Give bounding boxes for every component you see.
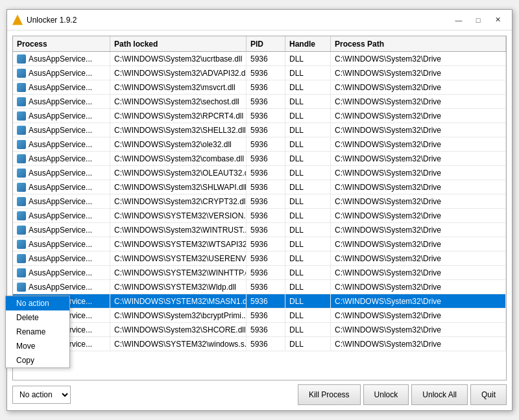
table-row[interactable]: AsusAppService...C:\WINDOWS\SYSTEM32\WTS… [13,237,506,251]
process-icon [17,268,26,277]
process-icon [17,111,26,121]
cell-col-1: C:\WINDOWS\System32\sechost.dll [110,95,247,108]
cell-col-1: C:\WINDOWS\System32\WINTRUST... [110,223,247,237]
cell-col-2: 5936 [247,66,285,80]
cell-col-3: DLL [285,66,331,80]
process-icon [17,283,26,292]
cell-col-2: 5936 [247,180,285,194]
cell-col-1: C:\WINDOWS\System32\ADVAPI32.dll [110,66,247,80]
cell-col-1: C:\WINDOWS\System32\SHCORE.dll [110,323,247,336]
cell-col-2: 5936 [247,123,285,137]
table-row[interactable]: AsusAppService...C:\WINDOWS\System32\sec… [13,95,506,109]
minimize-button[interactable]: — [450,14,468,27]
cell-col-4: C:\WINDOWS\System32\Drive [331,309,506,322]
cell-col-1: C:\WINDOWS\System32\SHLWAPI.dll [110,180,247,194]
table-row[interactable]: AsusAppService...C:\WINDOWS\SYSTEM32\Wld… [13,280,506,294]
cell-col-3: DLL [285,109,331,122]
table-row[interactable]: AsusAppService...C:\WINDOWS\System32\ucr… [13,52,506,66]
col-process: Process [13,36,110,51]
cell-col-2: 5936 [247,152,285,165]
table-row[interactable]: AsusAppService...C:\WINDOWS\System32\SHC… [13,323,506,337]
cell-col-4: C:\WINDOWS\System32\Drive [331,109,506,122]
main-content: Process Path locked PID Handle Process P… [7,30,512,410]
title-bar-controls: — □ ✕ [450,14,507,27]
cell-col-4: C:\WINDOWS\System32\Drive [331,123,506,137]
table-row[interactable]: AsusAppService...C:\WINDOWS\SYSTEM32\MSA… [13,294,506,309]
process-icon [17,69,26,78]
cell-col-3: DLL [285,180,331,194]
cell-col-4: C:\WINDOWS\System32\Drive [331,194,506,208]
cell-col-4: C:\WINDOWS\System32\Drive [331,52,506,65]
cell-col-2: 5936 [247,323,285,336]
table-header: Process Path locked PID Handle Process P… [13,36,506,52]
cell-col-2: 5936 [247,137,285,151]
action-dropdown[interactable]: No actionDeleteRenameMoveCopy [12,386,71,404]
quit-button[interactable]: Quit [470,384,507,405]
cell-col-1: C:\WINDOWS\SYSTEM32\WTSAPI32... [110,237,247,251]
cell-col-3: DLL [285,123,331,137]
cell-process: AsusAppService... [13,52,110,65]
close-button[interactable]: ✕ [489,14,507,27]
cell-col-4: C:\WINDOWS\System32\Drive [331,166,506,180]
cell-col-1: C:\WINDOWS\System32\combase.dll [110,152,247,165]
action-dropdown-container: No actionDeleteRenameMoveCopy [12,386,71,404]
cell-process: AsusAppService... [13,80,110,94]
table-row[interactable]: AsusAppService...C:\WINDOWS\SYSTEM32\win… [13,337,506,351]
cell-process: AsusAppService... [13,66,110,80]
table-row[interactable]: AsusAppService...C:\WINDOWS\SYSTEM32\WIN… [13,266,506,280]
cell-col-4: C:\WINDOWS\System32\Drive [331,209,506,222]
unlock-button[interactable]: Unlock [363,384,409,405]
cell-col-2: 5936 [247,109,285,122]
process-icon [17,97,26,106]
table-row[interactable]: AsusAppService...C:\WINDOWS\System32\ole… [13,137,506,152]
cell-col-3: DLL [285,95,331,108]
title-bar: Unlocker 1.9.2 — □ ✕ [7,10,512,30]
table-row[interactable]: AsusAppService...C:\WINDOWS\System32\com… [13,152,506,166]
cell-col-2: 5936 [247,280,285,294]
cell-process: AsusAppService... [13,194,110,208]
process-icon [17,140,26,149]
cell-process: AsusAppService... [13,251,110,265]
cell-col-1: C:\WINDOWS\System32\RPCRT4.dll [110,109,247,122]
table-row[interactable]: AsusAppService...C:\WINDOWS\System32\SHL… [13,180,506,194]
process-icon [17,126,26,135]
cell-process: AsusAppService... [13,137,110,151]
table-row[interactable]: AsusAppService...C:\WINDOWS\System32\bcr… [13,309,506,323]
unlock-all-button[interactable]: Unlock All [411,384,468,405]
table-row[interactable]: AsusAppService...C:\WINDOWS\SYSTEM32\USE… [13,251,506,266]
cell-col-2: 5936 [247,251,285,265]
process-icon [17,226,26,235]
cell-col-2: 5936 [247,80,285,94]
cell-process: AsusAppService... [13,166,110,180]
process-icon [17,240,26,249]
table-row[interactable]: AsusAppService...C:\WINDOWS\System32\SHE… [13,123,506,137]
maximize-button[interactable]: □ [469,14,487,27]
cell-col-1: C:\WINDOWS\System32\msvcrt.dll [110,80,247,94]
cell-col-2: 5936 [247,294,285,308]
cell-col-4: C:\WINDOWS\System32\Drive [331,66,506,80]
table-row[interactable]: AsusAppService...C:\WINDOWS\System32\OLE… [13,166,506,180]
context-menu-item-delete[interactable]: Delete [7,310,69,325]
cell-col-2: 5936 [247,237,285,251]
cell-col-4: C:\WINDOWS\System32\Drive [331,337,506,351]
table-row[interactable]: AsusAppService...C:\WINDOWS\System32\CRY… [13,194,506,209]
cell-col-2: 5936 [247,337,285,351]
table-body[interactable]: AsusAppService...C:\WINDOWS\System32\ucr… [13,52,506,380]
cell-process: AsusAppService... [13,223,110,237]
context-menu-item-copy[interactable]: Copy [7,353,69,368]
title-bar-left: Unlocker 1.9.2 [12,15,77,25]
cell-process: AsusAppService... [13,152,110,165]
process-icon [17,211,26,220]
table-row[interactable]: AsusAppService...C:\WINDOWS\SYSTEM32\VER… [13,209,506,223]
kill-process-button[interactable]: Kill Process [298,384,361,405]
context-menu-item-rename[interactable]: Rename [7,325,69,339]
table-row[interactable]: AsusAppService...C:\WINDOWS\System32\RPC… [13,109,506,123]
context-menu-item-move[interactable]: Move [7,339,69,353]
table-row[interactable]: AsusAppService...C:\WINDOWS\System32\ADV… [13,66,506,80]
context-menu-item-no-action[interactable]: No action [7,296,69,310]
context-menu[interactable]: No actionDeleteRenameMoveCopy [7,296,70,368]
cell-col-1: C:\WINDOWS\System32\OLEAUT32.dll [110,166,247,180]
table-row[interactable]: AsusAppService...C:\WINDOWS\System32\msv… [13,80,506,95]
cell-col-3: DLL [285,209,331,222]
table-row[interactable]: AsusAppService...C:\WINDOWS\System32\WIN… [13,223,506,237]
